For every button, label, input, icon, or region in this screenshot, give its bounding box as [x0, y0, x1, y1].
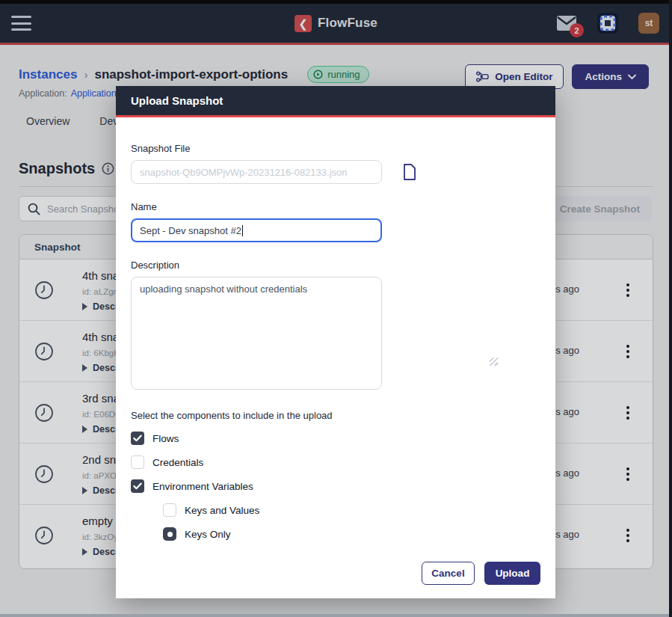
option-label: Credentials	[152, 457, 203, 468]
checkbox-checked-icon[interactable]	[131, 432, 144, 445]
upload-snapshot-dialog: Upload Snapshot Snapshot File Name Sept …	[116, 86, 555, 598]
text-caret	[242, 225, 243, 236]
checkbox-checked-icon[interactable]	[131, 479, 144, 493]
components-label: Select the components to include in the …	[131, 410, 540, 421]
document-icon	[402, 163, 417, 181]
upload-button[interactable]: Upload	[484, 562, 540, 585]
name-label: Name	[131, 201, 540, 212]
option-label: Keys Only	[185, 529, 231, 540]
name-value: Sept - Dev snapshot #2	[140, 225, 241, 236]
option-keys-and-values[interactable]: Keys and Values	[163, 503, 540, 517]
window-frame-bottom	[0, 614, 672, 617]
option-flows[interactable]: Flows	[131, 432, 540, 445]
snapshot-file-label: Snapshot File	[131, 143, 540, 154]
option-label: Keys and Values	[185, 505, 259, 516]
file-picker-button[interactable]	[402, 163, 417, 181]
window-frame-right	[669, 0, 672, 617]
option-environment-variables[interactable]: Environment Variables	[131, 479, 540, 493]
option-label: Environment Variables	[152, 481, 253, 492]
checkbox-unchecked-icon[interactable]	[163, 503, 176, 517]
description-textarea[interactable]: uploading snapshot without credentials	[131, 277, 382, 390]
cancel-button[interactable]: Cancel	[422, 562, 475, 585]
resize-handle[interactable]	[490, 357, 498, 366]
snapshot-file-input[interactable]	[131, 160, 382, 184]
radio-selected-icon[interactable]	[163, 527, 176, 541]
checkbox-unchecked-icon[interactable]	[131, 455, 144, 469]
option-keys-only[interactable]: Keys Only	[163, 527, 540, 541]
window-frame-top	[0, 0, 672, 4]
dialog-title: Upload Snapshot	[131, 94, 223, 107]
description-label: Description	[131, 260, 540, 271]
name-input[interactable]: Sept - Dev snapshot #2	[131, 218, 382, 242]
option-label: Flows	[152, 433, 179, 444]
dialog-header: Upload Snapshot	[116, 86, 555, 117]
option-credentials[interactable]: Credentials	[131, 455, 540, 469]
